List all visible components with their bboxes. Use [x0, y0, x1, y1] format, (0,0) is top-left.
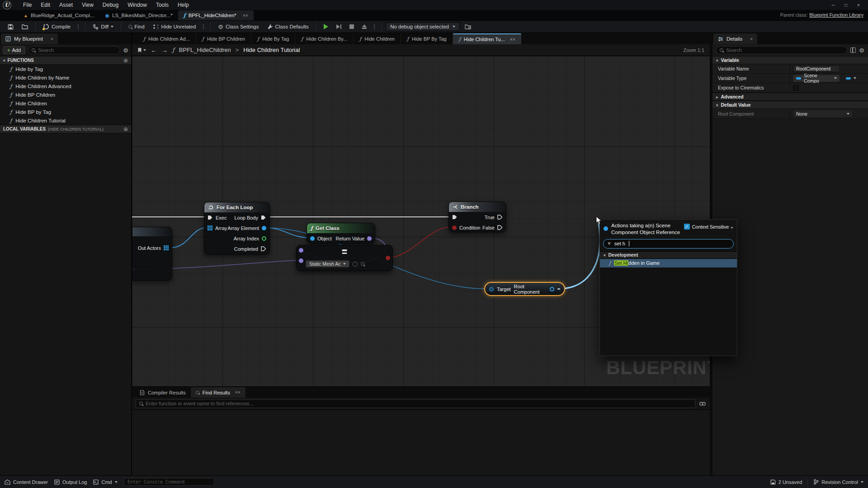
target-pin[interactable] [489, 287, 494, 291]
graph-tab[interactable]: Hide BP Children [196, 33, 251, 44]
display-options-icon[interactable] [850, 47, 856, 53]
details-settings-icon[interactable] [859, 47, 864, 53]
function-list-item[interactable]: Hide Children by Name [0, 73, 131, 82]
debug-object-dropdown[interactable]: No debug object selected [386, 22, 460, 31]
add-function-icon[interactable] [123, 57, 128, 64]
hide-unrelated-button[interactable]: Hide Unrelated [150, 23, 199, 31]
class-settings-button[interactable]: Class Settings [215, 23, 262, 31]
variable-type-dropdown[interactable]: Scene Compo [793, 75, 840, 82]
console-command-input[interactable] [127, 479, 211, 484]
graph-tab[interactable]: Hide BP By Tag [401, 33, 453, 44]
menu-item[interactable]: Help [173, 0, 193, 9]
blueprint-search[interactable] [28, 46, 120, 54]
eject-button[interactable] [359, 23, 370, 30]
exec-pin[interactable] [452, 215, 458, 220]
exec-pin[interactable] [497, 215, 503, 220]
function-list-item[interactable]: Hide Children [0, 99, 131, 108]
details-search[interactable] [716, 46, 847, 54]
int-pin[interactable] [262, 236, 266, 241]
add-button[interactable]: Add [3, 46, 25, 54]
class-pin[interactable] [299, 258, 303, 263]
array-pin-icon[interactable] [208, 225, 212, 230]
object-pin[interactable] [310, 236, 315, 241]
find-in-blueprints-icon[interactable] [699, 401, 706, 407]
content-drawer-button[interactable]: Content Drawer [5, 479, 48, 485]
action-item-set-hidden-in-game[interactable]: Set Hi dden in Game [600, 259, 737, 267]
section-variable[interactable]: Variable [712, 56, 868, 64]
container-type-dropdown[interactable] [843, 75, 859, 82]
maximize-icon[interactable] [840, 3, 852, 8]
find-button[interactable]: Find [125, 23, 147, 31]
asset-tab[interactable]: LS_BikesMain_Director...* [100, 10, 178, 20]
stop-button[interactable] [346, 23, 357, 30]
node-get-class[interactable]: Get Class Object Return Value [307, 223, 375, 244]
action-search-value[interactable]: set h [614, 241, 625, 246]
function-list-item[interactable]: Hide BP Children [0, 90, 131, 99]
play-button[interactable] [321, 23, 331, 31]
category-development[interactable]: Development [600, 251, 737, 259]
graph-tab[interactable]: Hide Children Tu... × [453, 33, 521, 44]
find-references-input[interactable] [146, 401, 692, 406]
local-variables-section-header[interactable]: LOCAL VARIABLES (HIDE CHILDREN TUTORIAL) [0, 125, 131, 133]
menu-item[interactable]: View [77, 0, 98, 9]
graph-tab[interactable]: Hide By Tag [251, 33, 295, 44]
bool-pin[interactable] [386, 256, 390, 260]
minimize-icon[interactable] [827, 3, 839, 8]
output-log-button[interactable]: Output Log [54, 479, 87, 485]
array-pin-icon[interactable] [164, 245, 169, 250]
breadcrumb-current[interactable]: Hide Children Tutorial [243, 47, 300, 53]
class-pin[interactable] [367, 236, 372, 241]
details-search-input[interactable] [726, 47, 844, 53]
search-icon[interactable] [361, 262, 364, 266]
variable-name-field[interactable]: RootComponent [793, 65, 840, 72]
close-tab-icon[interactable]: × [510, 37, 515, 42]
menu-item[interactable]: Edit [36, 0, 55, 9]
convert-pin-icon[interactable] [353, 262, 358, 267]
class-pin[interactable] [299, 248, 303, 253]
close-panel-icon[interactable] [750, 37, 753, 42]
section-default-value[interactable]: Default Value [712, 101, 868, 109]
cmd-dropdown[interactable]: Cmd [93, 479, 117, 485]
graph-tab[interactable]: Hide Children By... [295, 33, 354, 44]
play-options-icon[interactable] [372, 23, 377, 30]
debug-filter-button[interactable] [462, 23, 474, 31]
node-for-each-loop[interactable]: For Each Loop Exec Loop Body Array Array… [204, 202, 270, 254]
parent-class-link[interactable]: Blueprint Function Library [809, 12, 863, 18]
close-tab-icon[interactable]: × [243, 13, 248, 18]
clear-search-icon[interactable] [608, 240, 611, 247]
bool-pin[interactable] [452, 225, 457, 230]
checkbox-checked-icon[interactable] [684, 224, 690, 230]
class-select-dropdown[interactable]: Static Mesh Ac [306, 260, 349, 267]
object-pin[interactable] [262, 226, 266, 230]
find-references-search[interactable] [136, 399, 695, 408]
exec-pin[interactable] [261, 246, 266, 251]
frame-skip-button[interactable] [333, 23, 345, 30]
class-defaults-button[interactable]: Class Defaults [264, 23, 312, 31]
add-local-variable-icon[interactable] [123, 126, 128, 132]
close-window-icon[interactable] [853, 3, 864, 8]
save-button[interactable] [5, 23, 17, 31]
function-list-item[interactable]: Hide Children Tutorial [0, 116, 131, 125]
revision-control-button[interactable]: Revision Control [813, 479, 863, 485]
blueprint-search-input[interactable] [38, 47, 117, 53]
hide-unrelated-options-icon[interactable] [201, 23, 206, 30]
function-list-item[interactable]: Hide by Tag [0, 65, 131, 73]
tab-my-blueprint[interactable]: My Blueprint [1, 33, 58, 44]
function-list-item[interactable]: Hide Children Advanced [0, 82, 131, 90]
menu-item[interactable]: Debug [98, 0, 123, 9]
tab-details[interactable]: Details [713, 33, 757, 44]
asset-tab[interactable]: BPFL_HideChildren* × [178, 10, 254, 20]
root-component-dropdown[interactable]: None [793, 110, 853, 117]
asset-tab[interactable]: BlueRidge_Actual_Compl... [18, 10, 100, 20]
graph-tab[interactable]: Hide Children Ad... [137, 33, 196, 44]
forward-icon[interactable] [161, 47, 168, 54]
exec-pin[interactable] [497, 225, 503, 230]
compile-options-icon[interactable] [75, 23, 81, 30]
node-equal[interactable]: Static Mesh Ac [296, 245, 393, 271]
action-search-box[interactable]: set h [603, 239, 734, 249]
compile-button[interactable]: Compile [40, 22, 74, 31]
graph-tab[interactable]: Hide Children [354, 33, 401, 44]
node-get-root-component[interactable]: Target Root Component [484, 282, 565, 296]
exec-pin[interactable] [261, 215, 266, 220]
tab-find-results[interactable]: Find Results × [191, 387, 245, 398]
